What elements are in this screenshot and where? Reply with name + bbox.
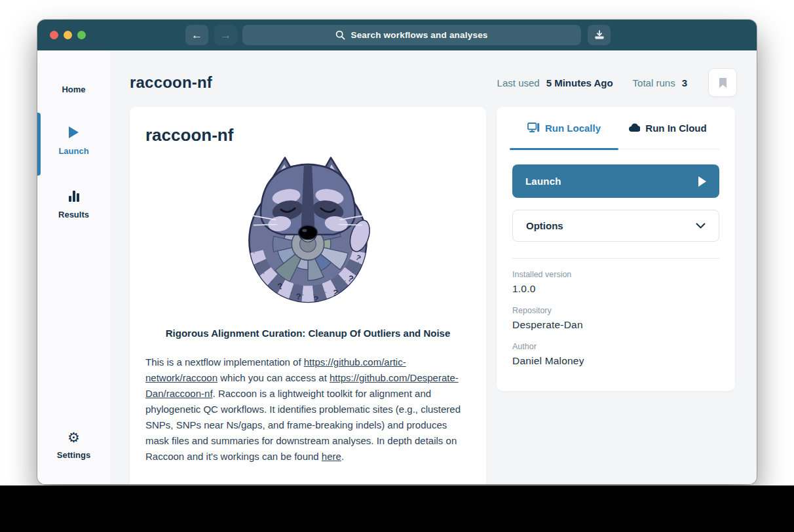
launch-button-label: Launch — [525, 176, 561, 187]
main-area: raccoon-nf Last used 5 Minutes Ago Total… — [110, 50, 757, 484]
play-icon — [69, 126, 79, 138]
workflow-name: raccoon-nf — [145, 125, 470, 145]
monitor-icon — [527, 123, 540, 133]
panel-divider — [512, 258, 719, 259]
content-row: raccoon-nf — [110, 107, 757, 484]
workflow-description: This is a nextflow implementation of htt… — [145, 354, 470, 465]
sidebar-item-home[interactable]: Home — [37, 67, 110, 94]
svg-text:?: ? — [331, 288, 339, 298]
sidebar-item-label: Launch — [37, 146, 110, 156]
options-button[interactable]: Options — [512, 210, 719, 242]
info-value: Desperate-Dan — [512, 319, 719, 331]
back-arrow-icon: ← — [191, 29, 202, 42]
tab-run-in-cloud[interactable]: Run In Cloud — [616, 107, 719, 149]
info-row-author: Author Daniel Maloney — [512, 342, 719, 367]
run-mode-tabs: Run Locally Run In Cloud — [512, 107, 719, 149]
app-window: ← → Search workflows and analyses — [37, 20, 757, 484]
info-value: Daniel Maloney — [512, 355, 719, 367]
info-value: 1.0.0 — [512, 283, 719, 295]
search-input[interactable]: Search workflows and analyses — [242, 25, 581, 45]
sidebar: Home Launch Results ⚙ Settings — [37, 50, 111, 484]
raccoon-illustration: ? ? ? ? ? ? — [240, 151, 375, 318]
page-title: raccoon-nf — [130, 73, 212, 92]
forward-button[interactable]: → — [214, 25, 237, 45]
chevron-down-icon — [696, 223, 706, 229]
tab-run-locally[interactable]: Run Locally — [512, 107, 616, 149]
total-runs-value: 3 — [682, 77, 687, 88]
options-button-label: Options — [526, 220, 563, 231]
info-row-installed-version: Installed version 1.0.0 — [512, 270, 719, 295]
workflow-tagline: Rigorous Alignment Curation: Cleanup Of … — [145, 328, 470, 339]
workflow-card: raccoon-nf — [130, 107, 486, 484]
import-workflow-button[interactable] — [588, 25, 611, 45]
play-icon — [698, 176, 706, 187]
info-label: Repository — [512, 306, 719, 315]
description-link[interactable]: here — [322, 451, 341, 462]
info-label: Author — [512, 342, 719, 351]
zoom-window-button[interactable] — [77, 31, 86, 39]
svg-text:?: ? — [295, 292, 301, 301]
tab-label: Run Locally — [545, 123, 601, 134]
info-row-repository: Repository Desperate-Dan — [512, 306, 719, 331]
gear-icon: ⚙ — [67, 430, 80, 445]
launch-button[interactable]: Launch — [512, 164, 719, 198]
bookmark-button[interactable] — [708, 68, 737, 97]
info-label: Installed version — [512, 270, 719, 279]
run-panel: Run Locally Run In Cloud Launch — [497, 107, 735, 391]
forward-arrow-icon: → — [220, 29, 231, 42]
sidebar-item-settings[interactable]: ⚙ Settings — [37, 430, 110, 460]
close-window-button[interactable] — [50, 31, 58, 39]
back-button[interactable]: ← — [185, 25, 208, 45]
last-used-label: Last used — [497, 77, 540, 88]
tab-label: Run In Cloud — [645, 123, 706, 134]
cloud-icon — [628, 123, 640, 132]
search-icon — [335, 30, 345, 40]
illustration-wrap: ? ? ? ? ? ? — [145, 151, 470, 321]
header-meta: Last used 5 Minutes Ago Total runs 3 — [497, 68, 737, 97]
page-header: raccoon-nf Last used 5 Minutes Ago Total… — [110, 50, 757, 98]
sidebar-item-results[interactable]: Results — [37, 191, 110, 219]
svg-text:?: ? — [313, 294, 318, 304]
sidebar-item-launch[interactable]: Launch — [37, 126, 110, 156]
titlebar: ← → Search workflows and analyses — [37, 20, 757, 50]
bar-chart-icon — [69, 191, 79, 202]
minimize-window-button[interactable] — [64, 31, 72, 39]
sidebar-item-label: Home — [37, 85, 110, 94]
bookmark-icon — [719, 77, 727, 88]
screen-bottom-band — [0, 485, 794, 532]
sidebar-item-label: Results — [37, 210, 110, 219]
download-tray-icon — [594, 30, 605, 40]
window-body: Home Launch Results ⚙ Settings raccoon-n… — [37, 50, 757, 484]
sidebar-item-label: Settings — [37, 450, 110, 460]
search-placeholder: Search workflows and analyses — [350, 30, 487, 40]
last-used-value: 5 Minutes Ago — [546, 77, 613, 88]
total-runs-label: Total runs — [633, 77, 675, 88]
